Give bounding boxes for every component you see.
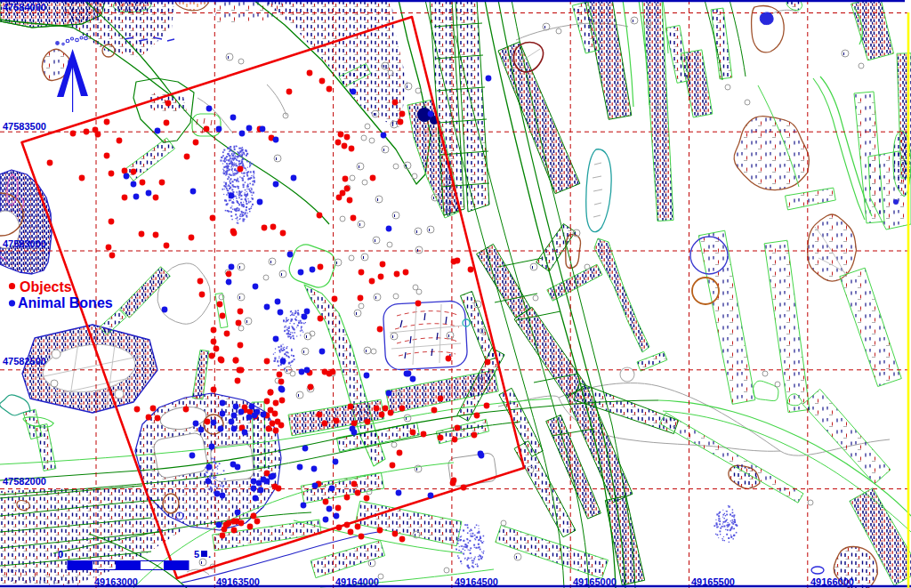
svg-text:Animal Bones: Animal Bones — [18, 295, 113, 310]
svg-text:47582000: 47582000 — [3, 476, 46, 487]
svg-text:Objects: Objects — [20, 279, 72, 294]
svg-text:0: 0 — [58, 549, 63, 560]
svg-text:47583000: 47583000 — [3, 238, 46, 249]
svg-text:47583500: 47583500 — [3, 121, 46, 132]
svg-text:47584000: 47584000 — [3, 2, 46, 12]
svg-text:47582500: 47582500 — [3, 356, 46, 366]
svg-text:.: . — [208, 549, 211, 560]
svg-text:5: 5 — [194, 549, 199, 560]
